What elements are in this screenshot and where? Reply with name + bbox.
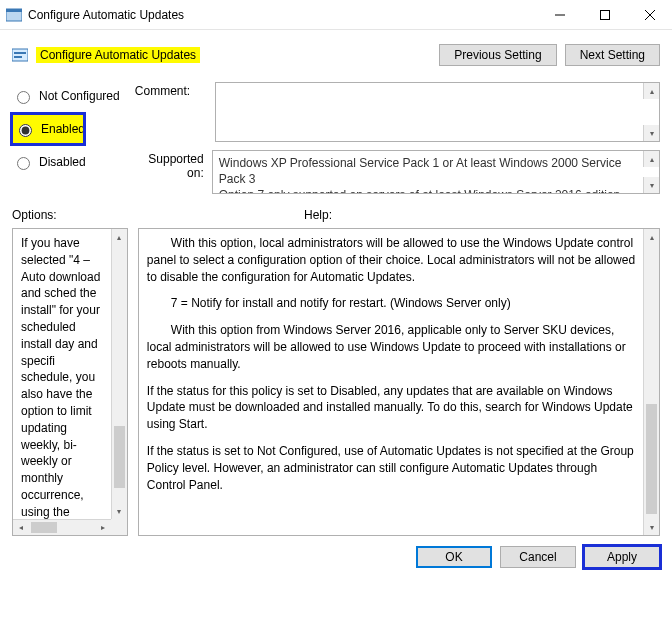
help-paragraph: 7 = Notify for install and notify for re… bbox=[147, 295, 637, 312]
scroll-down-icon[interactable]: ▾ bbox=[112, 503, 127, 519]
title-bar: Configure Automatic Updates bbox=[0, 0, 672, 30]
comment-label: Comment: bbox=[135, 82, 207, 142]
comment-textbox[interactable]: ▴ ▾ bbox=[215, 82, 660, 142]
radio-not-configured-input[interactable] bbox=[17, 91, 30, 104]
scroll-thumb[interactable] bbox=[646, 404, 657, 514]
radio-not-configured[interactable]: Not Configured bbox=[12, 88, 127, 104]
previous-setting-button[interactable]: Previous Setting bbox=[439, 44, 556, 66]
svg-rect-8 bbox=[14, 56, 22, 58]
scroll-down-icon[interactable]: ▾ bbox=[644, 519, 659, 535]
help-paragraph: With this option from Windows Server 201… bbox=[147, 322, 637, 372]
scroll-down-icon[interactable]: ▾ bbox=[643, 177, 659, 193]
apply-button[interactable]: Apply bbox=[584, 546, 660, 568]
scroll-right-icon[interactable]: ▸ bbox=[95, 520, 111, 535]
scroll-up-icon[interactable]: ▴ bbox=[643, 151, 659, 167]
minimize-button[interactable] bbox=[537, 0, 582, 30]
options-intro: If you have selected "4 – Auto download … bbox=[21, 235, 107, 535]
options-label: Options: bbox=[12, 208, 292, 222]
cancel-button[interactable]: Cancel bbox=[500, 546, 576, 568]
help-paragraph: If the status for this policy is set to … bbox=[147, 383, 637, 433]
svg-rect-3 bbox=[600, 10, 609, 19]
policy-name: Configure Automatic Updates bbox=[36, 47, 200, 63]
supported-on-text: Windows XP Professional Service Pack 1 o… bbox=[213, 151, 659, 194]
help-vertical-scrollbar[interactable]: ▴ ▾ bbox=[643, 229, 659, 535]
close-button[interactable] bbox=[627, 0, 672, 30]
window-title: Configure Automatic Updates bbox=[28, 8, 184, 22]
radio-not-configured-label: Not Configured bbox=[39, 89, 120, 103]
svg-rect-1 bbox=[6, 9, 22, 12]
options-horizontal-scrollbar[interactable]: ◂ ▸ bbox=[13, 519, 111, 535]
scroll-thumb[interactable] bbox=[31, 522, 57, 533]
options-pane: If you have selected "4 – Auto download … bbox=[12, 228, 128, 536]
help-paragraph: With this option, local administrators w… bbox=[147, 235, 637, 285]
scroll-up-icon[interactable]: ▴ bbox=[112, 229, 127, 245]
app-icon bbox=[6, 7, 22, 23]
scroll-up-icon[interactable]: ▴ bbox=[644, 229, 659, 245]
maximize-button[interactable] bbox=[582, 0, 627, 30]
policy-icon bbox=[12, 47, 28, 63]
supported-on-label: Supported on: bbox=[135, 150, 204, 194]
radio-enabled-input[interactable] bbox=[19, 124, 32, 137]
scroll-thumb[interactable] bbox=[114, 426, 125, 488]
next-setting-button[interactable]: Next Setting bbox=[565, 44, 660, 66]
radio-enabled[interactable]: Enabled bbox=[14, 121, 85, 137]
ok-button[interactable]: OK bbox=[416, 546, 492, 568]
radio-enabled-label: Enabled bbox=[41, 122, 85, 136]
help-label: Help: bbox=[304, 208, 332, 222]
radio-disabled-input[interactable] bbox=[17, 157, 30, 170]
scroll-up-icon[interactable]: ▴ bbox=[643, 83, 659, 99]
radio-disabled-label: Disabled bbox=[39, 155, 86, 169]
help-paragraph: If the status is set to Not Configured, … bbox=[147, 443, 637, 493]
scroll-left-icon[interactable]: ◂ bbox=[13, 520, 29, 535]
supported-on-textbox: Windows XP Professional Service Pack 1 o… bbox=[212, 150, 660, 194]
svg-rect-7 bbox=[14, 52, 26, 54]
options-vertical-scrollbar[interactable]: ▴ ▾ bbox=[111, 229, 127, 519]
help-pane: With this option, local administrators w… bbox=[138, 228, 660, 536]
svg-rect-6 bbox=[12, 49, 28, 61]
radio-disabled[interactable]: Disabled bbox=[12, 154, 127, 170]
scroll-down-icon[interactable]: ▾ bbox=[643, 125, 659, 141]
